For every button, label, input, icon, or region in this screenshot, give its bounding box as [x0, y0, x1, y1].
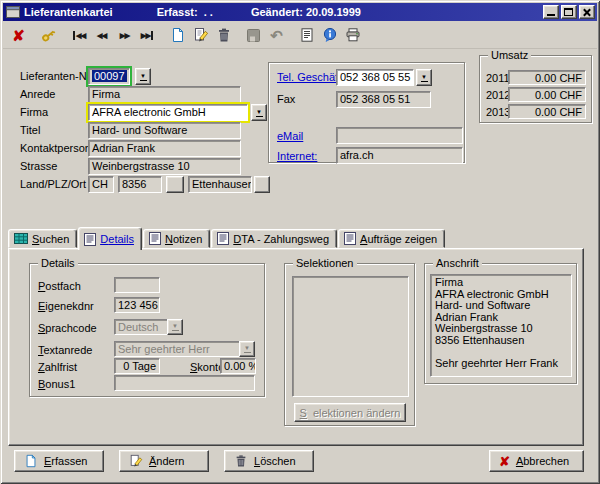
tab-auftraege-label: Aufträge zeigen — [360, 233, 437, 245]
details-group: Details Postfach Eigenekdnr 123 456 Spra… — [29, 263, 265, 397]
anschrift-group-title: Anschrift — [433, 257, 482, 270]
postfach-label: Postfach — [38, 280, 81, 292]
skonto-field[interactable]: 0.00 % — [220, 358, 256, 374]
textanrede-dropdown-button: ▼ — [239, 341, 255, 357]
tab-auftraege-zeigen[interactable]: Aufträge zeigen — [338, 229, 445, 248]
bonus1-field[interactable] — [114, 375, 255, 391]
tel-geschaeft-link[interactable]: Tel. Geschäft — [277, 71, 341, 83]
dropdown-arrow-icon: ▼ — [140, 73, 146, 79]
last-record-button[interactable]: ▶▶ — [136, 24, 159, 47]
tab-dta-label: DTA - Zahlungsweg — [233, 233, 329, 245]
cancel-button[interactable]: ✘ — [7, 24, 30, 47]
delete-record-button[interactable] — [212, 24, 235, 47]
info-icon — [322, 27, 338, 43]
details-tab-panel: Details Postfach Eigenekdnr 123 456 Spra… — [8, 248, 584, 446]
firma-label: Firma — [20, 106, 48, 118]
next-record-icon: ▶▶ — [120, 31, 130, 40]
info-button[interactable] — [318, 24, 341, 47]
minimize-button[interactable] — [543, 5, 559, 19]
kontaktperson-field[interactable]: Adrian Frank — [88, 140, 241, 157]
maximize-icon — [564, 8, 573, 16]
plz-field[interactable]: 8356 — [118, 176, 162, 193]
tab-notizen[interactable]: Notizen — [143, 229, 210, 248]
undo-button[interactable]: ↶ — [265, 24, 288, 47]
firma-field[interactable]: AFRA electronic GmbH — [88, 104, 248, 121]
umsatz-value-field: 0.00 CHF — [508, 87, 586, 102]
internet-link[interactable]: Internet: — [277, 150, 317, 162]
print-button[interactable] — [341, 24, 364, 47]
window-controls — [543, 5, 595, 19]
dropdown-arrow-icon: ▼ — [421, 74, 427, 80]
strasse-label: Strasse — [20, 160, 57, 172]
previous-record-button[interactable]: ◀◀ — [90, 24, 113, 47]
report-button[interactable] — [295, 24, 318, 47]
edit-pencil-icon — [193, 27, 209, 43]
aendern-button[interactable]: Ändern — [119, 450, 209, 472]
dropdown-arrow-icon: ▼ — [172, 323, 178, 329]
anschrift-group: Anschrift Firma AFRA electronic GmbH Har… — [424, 263, 577, 384]
abbrechen-button-label: Abbrechen — [516, 455, 569, 467]
selektionen-listbox[interactable] — [292, 276, 409, 397]
new-document-icon — [170, 27, 186, 43]
save-record-button — [242, 24, 265, 47]
minimize-icon — [547, 14, 555, 16]
window-title: Lieferantenkartei — [24, 6, 113, 18]
email-field[interactable] — [336, 127, 463, 144]
tab-details-label: Details — [100, 233, 134, 245]
document-icon — [84, 233, 96, 246]
tab-dta-zahlungsweg[interactable]: DTA - Zahlungsweg — [211, 229, 337, 248]
fax-label: Fax — [277, 93, 295, 105]
land-plz-ort-label: Land/PLZ/Ort — [20, 178, 86, 190]
trash-icon — [234, 454, 248, 468]
dropdown-arrow-icon: ▼ — [256, 109, 262, 115]
zahlfrist-label: Zahlfrist — [38, 361, 77, 373]
abbrechen-button[interactable]: ✘ Abbrechen — [489, 450, 584, 472]
next-record-button[interactable]: ▶▶ — [113, 24, 136, 47]
first-record-icon — [73, 31, 75, 40]
loeschen-button[interactable]: Löschen — [224, 450, 314, 472]
zahlfrist-field[interactable]: 0 Tage — [114, 358, 160, 374]
lieferanten-nr-dropdown-button[interactable]: ▼ — [135, 68, 151, 85]
anrede-label: Anrede — [20, 88, 55, 100]
tab-suchen[interactable]: Suchen — [8, 229, 77, 248]
anrede-field[interactable]: Firma — [88, 86, 241, 103]
edit-record-button[interactable] — [189, 24, 212, 47]
firma-dropdown-button[interactable]: ▼ — [251, 104, 267, 121]
maximize-button[interactable] — [561, 5, 577, 19]
document-icon — [344, 232, 356, 245]
tel-dropdown-button[interactable]: ▼ — [416, 69, 432, 86]
erfassen-button[interactable]: Erfassen — [14, 450, 104, 472]
umsatz-value-field: 0.00 CHF — [508, 70, 586, 85]
fax-field[interactable]: 052 368 05 51 — [336, 91, 431, 108]
lieferanten-nr-value: 00097 — [92, 70, 127, 82]
key-button[interactable] — [37, 24, 60, 47]
internet-field[interactable]: afra.ch — [336, 147, 463, 164]
textanrede-field: Sehr geehrter Herr — [114, 341, 240, 357]
tel-geschaeft-field[interactable]: 052 368 05 55 — [336, 69, 414, 86]
ort-field[interactable]: Ettenhausen — [188, 176, 252, 193]
tab-suchen-label: Suchen — [32, 233, 69, 245]
email-link[interactable]: eMail — [277, 130, 303, 142]
selektionen-group: Selektionen Selektionen ändern — [284, 263, 415, 426]
umsatz-group: Umsatz 2011 : 0.00 CHF 2012 : 0.00 CHF 2… — [479, 55, 592, 123]
new-record-button[interactable] — [166, 24, 189, 47]
first-record-button[interactable]: ◀◀ — [67, 24, 90, 47]
last-record-icon — [151, 31, 153, 40]
lieferanten-nr-label: Lieferanten-Nr. — [20, 70, 93, 82]
document-icon — [217, 232, 229, 245]
close-button[interactable] — [579, 5, 595, 19]
land-field[interactable]: CH — [88, 176, 114, 193]
tab-details[interactable]: Details — [78, 227, 142, 250]
postfach-field[interactable] — [114, 277, 160, 293]
ort-lookup-button[interactable] — [254, 176, 270, 193]
titel-field[interactable]: Hard- und Software — [88, 122, 241, 139]
kontakt-group: Tel. Geschäft 052 368 05 55 ▼ Fax 052 36… — [268, 62, 465, 163]
bonus1-label: Bonus1 — [38, 378, 75, 390]
eigenekdnr-field[interactable]: 123 456 — [114, 297, 160, 313]
lieferanten-nr-field[interactable]: 00097 — [88, 68, 130, 85]
strasse-field[interactable]: Weinbergstrasse 10 — [88, 158, 241, 175]
titel-label: Titel — [20, 124, 40, 136]
erfasst-label: Erfasst: . . — [157, 6, 213, 18]
plz-lookup-button[interactable] — [166, 176, 184, 193]
sprachcode-dropdown-button: ▼ — [167, 319, 183, 335]
